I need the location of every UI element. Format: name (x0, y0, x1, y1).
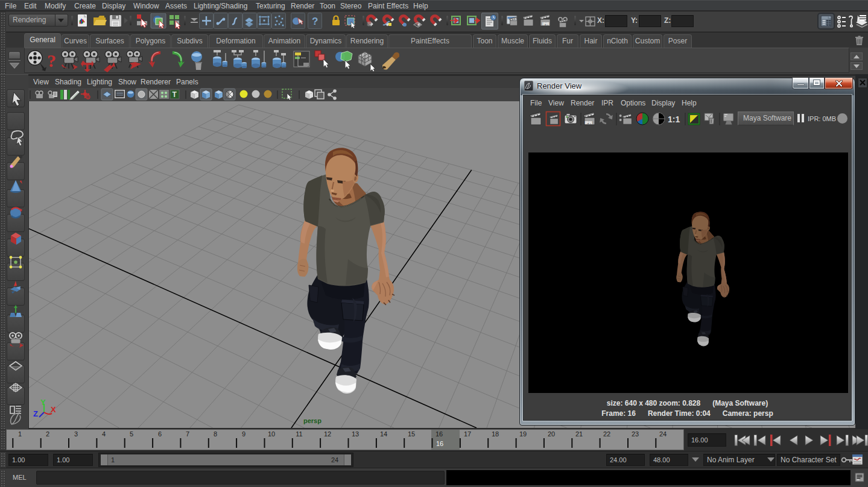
svg-text:22: 22 (603, 430, 610, 438)
svg-text:6: 6 (158, 430, 162, 438)
svg-text:21: 21 (575, 430, 583, 438)
svg-text:?: ? (47, 51, 56, 71)
svg-text:Z: Z (33, 409, 38, 418)
svg-text:X: X (51, 405, 56, 414)
svg-text:?: ? (312, 16, 318, 27)
svg-text:3: 3 (74, 430, 78, 438)
svg-text:23: 23 (632, 430, 639, 438)
svg-text:14: 14 (380, 430, 387, 438)
svg-text:4: 4 (102, 430, 106, 438)
svg-text:10: 10 (268, 430, 275, 438)
svg-text:12: 12 (324, 430, 331, 438)
svg-text:T: T (173, 90, 177, 99)
svg-text:9: 9 (242, 430, 246, 438)
svg-text:1:1: 1:1 (668, 115, 680, 124)
svg-text:18: 18 (492, 430, 499, 438)
svg-text:1: 1 (18, 430, 22, 438)
svg-text:20: 20 (548, 430, 555, 438)
svg-text:17: 17 (464, 430, 471, 438)
svg-text:8: 8 (214, 430, 217, 438)
svg-text:IPR: IPR (585, 120, 593, 125)
svg-text:24: 24 (659, 430, 667, 438)
svg-text:2: 2 (46, 430, 49, 438)
svg-text:13: 13 (352, 430, 359, 438)
svg-text:Y: Y (40, 398, 46, 407)
svg-text:16: 16 (436, 430, 443, 438)
svg-text:5: 5 (130, 430, 133, 438)
svg-text:IPR: IPR (542, 22, 550, 26)
svg-text:persp: persp (303, 417, 322, 424)
svg-text:7: 7 (186, 430, 189, 438)
svg-text:11: 11 (296, 430, 302, 438)
svg-text:15: 15 (408, 430, 415, 438)
svg-text:19: 19 (519, 430, 527, 438)
